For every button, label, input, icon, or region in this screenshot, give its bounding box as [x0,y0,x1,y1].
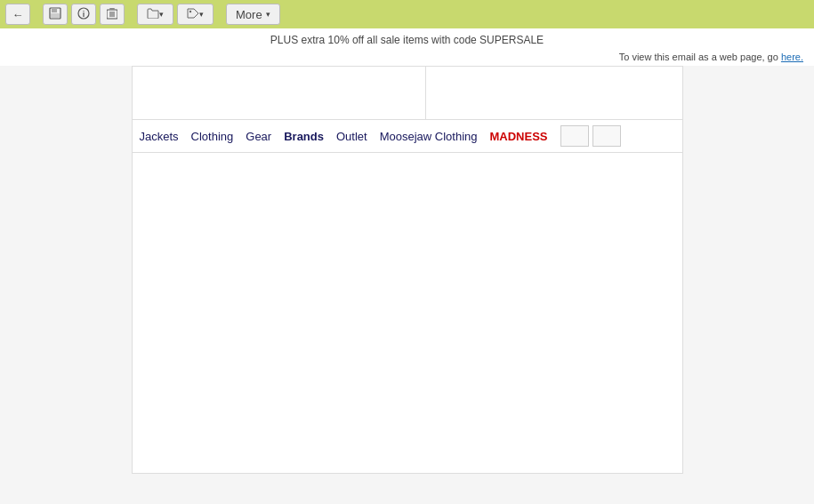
svg-rect-2 [51,13,60,18]
email-header-left [133,67,426,119]
folder-button[interactable]: ▾ [137,4,173,25]
nav-item-moosejaw-clothing[interactable]: Moosejaw Clothing [380,128,490,145]
nav-box-2 [592,125,621,147]
back-icon: ← [12,8,24,21]
more-button[interactable]: More ▾ [226,4,280,25]
back-button[interactable]: ← [5,4,30,25]
email-nav: Jackets Clothing Gear Brands Outlet Moos… [133,120,682,153]
svg-rect-1 [52,8,57,12]
promo-bar: PLUS extra 10% off all sale items with c… [0,28,814,50]
tag-icon [187,8,199,21]
save-button[interactable] [43,4,68,25]
delete-icon [107,7,117,22]
webpage-bar: To view this email as a web page, go her… [0,50,814,66]
tag-caret-icon: ▾ [199,10,204,19]
content-area: PLUS extra 10% off all sale items with c… [0,28,814,504]
tag-button[interactable]: ▾ [177,4,214,25]
more-caret-icon: ▾ [266,10,270,19]
more-label: More [236,8,262,21]
email-body [133,153,682,473]
nav-item-clothing[interactable]: Clothing [191,128,246,145]
toolbar: ← i [0,0,814,28]
email-header [133,67,682,120]
promo-text: PLUS extra 10% off all sale items with c… [270,34,544,46]
save-icon [49,7,61,22]
email-viewer: Jackets Clothing Gear Brands Outlet Moos… [132,66,683,474]
nav-item-outlet[interactable]: Outlet [336,128,380,145]
delete-button[interactable] [100,4,125,25]
info-icon: i [77,7,90,22]
nav-item-gear[interactable]: Gear [246,128,284,145]
nav-item-jackets[interactable]: Jackets [140,128,191,145]
webpage-link[interactable]: here. [781,52,803,62]
svg-rect-6 [109,8,115,10]
nav-item-brands[interactable]: Brands [284,128,336,145]
info-button[interactable]: i [71,4,96,25]
svg-point-10 [189,10,191,12]
nav-box-1 [560,125,589,147]
svg-text:i: i [83,10,85,19]
nav-item-madness[interactable]: MADNESS [490,128,560,145]
email-header-right [426,67,682,119]
folder-caret-icon: ▾ [159,10,164,19]
webpage-prefix: To view this email as a web page, go [619,52,778,62]
folder-icon [147,8,159,21]
